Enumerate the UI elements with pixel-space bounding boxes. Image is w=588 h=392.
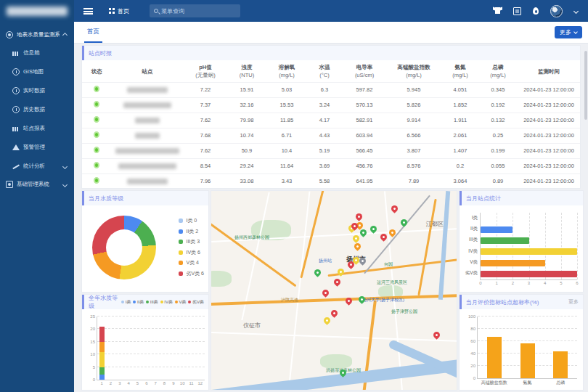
legend-item[interactable]: V类 4 (179, 259, 204, 266)
menu-toggle-icon[interactable] (83, 8, 93, 15)
column-header: pH值(无量纲) (184, 60, 227, 82)
panel-title-text: 站点时报 (89, 49, 112, 57)
vbar-1[interactable] (520, 343, 535, 378)
legend-item[interactable]: II类 2 (179, 228, 204, 235)
chevron-down-icon[interactable] (573, 8, 579, 13)
x-tick-label: 5 (133, 381, 142, 385)
value-cell: 0.89 (480, 173, 516, 189)
vbar-0[interactable] (487, 337, 502, 378)
value-cell: 2024-01-23 12:00:00 (516, 82, 581, 97)
legend-item[interactable]: III类 (146, 299, 158, 306)
sidebar-item-info[interactable]: 信息舱 (0, 44, 74, 62)
value-cell: 7.68 (184, 128, 227, 143)
station-marker-red[interactable] (330, 309, 339, 318)
value-cell: 2024-01-23 12:00:00 (516, 173, 581, 189)
sidebar-item-history[interactable]: 历史数据 (0, 100, 74, 119)
status-cell (82, 113, 111, 128)
x-tick-label: 7 (151, 381, 160, 385)
donut-chart[interactable] (92, 216, 156, 279)
tab-home[interactable]: 首页 (84, 22, 102, 43)
breadcrumb-home-label: 首页 (118, 7, 129, 15)
sidebar-item-realtime[interactable]: 实时数据 (0, 81, 74, 100)
value-cell: 50.9 (227, 143, 266, 158)
station-marker-red[interactable] (432, 330, 441, 340)
legend-item[interactable]: II类 (133, 299, 144, 306)
status-cell (82, 128, 111, 143)
column-title: 浊度 (229, 63, 265, 71)
value-cell: 10.74 (227, 128, 266, 143)
legend-color-dot (133, 301, 136, 303)
legend-label: II类 (137, 299, 144, 306)
value-cell: 0.055 (480, 158, 516, 173)
chevron-down-icon (62, 181, 68, 187)
station-marker-red[interactable] (321, 288, 330, 298)
station-marker-yellow[interactable] (351, 234, 361, 243)
station-marker-red[interactable] (354, 212, 364, 221)
stacked-bar-month-1[interactable] (99, 317, 105, 380)
hbar-5[interactable] (481, 271, 577, 277)
legend-color-dot (179, 250, 183, 255)
legend-item[interactable]: IV类 (160, 299, 173, 306)
station-marker-red[interactable] (332, 277, 342, 287)
gridline (478, 328, 577, 329)
table-row: 8.5429.2411.643.69456.768.5760.20.055202… (82, 158, 581, 173)
search-icon (154, 9, 158, 13)
legend-item[interactable]: 劣V类 6 (179, 270, 204, 277)
value-cell: 4.43 (307, 128, 342, 143)
column-header: 水温(°C) (307, 60, 342, 82)
legend-item[interactable]: III类 3 (179, 238, 204, 245)
x-tick-label: 11 (187, 381, 195, 385)
menu-search-input[interactable]: 菜单查询 (150, 4, 240, 17)
theme-skin-icon[interactable] (494, 7, 502, 15)
hbar-4[interactable] (481, 260, 545, 266)
station-marker-red[interactable] (390, 204, 399, 213)
panel-title-station-stats: 当月站点统计 (460, 191, 583, 205)
more-button[interactable]: 更多 (555, 26, 582, 38)
column-unit: (NTU) (229, 71, 265, 79)
hbar-1[interactable] (481, 226, 513, 233)
legend-item[interactable]: 劣V类 (188, 299, 204, 306)
station-table: 状态站点pH值(无量纲)浊度(NTU)溶解氧(mg/L)水温(°C)电导率(uS… (82, 60, 581, 189)
column-title: 氨氮 (442, 63, 478, 71)
hbar-2[interactable] (481, 237, 529, 244)
station-marker-yellow[interactable] (322, 316, 332, 325)
vbar-2[interactable] (553, 351, 568, 378)
gridline (497, 213, 497, 279)
breadcrumb-home[interactable]: 首页 (109, 7, 129, 15)
sidebar-item-gis[interactable]: GIS地图 (0, 62, 74, 81)
legend-item[interactable]: V类 (175, 299, 187, 306)
page-scrollbar[interactable] (584, 51, 587, 120)
flame-icon[interactable] (533, 7, 539, 15)
sidebar-group-1[interactable]: 基础管理系统 (0, 176, 74, 193)
value-cell: 0.25 (480, 128, 516, 143)
value-cell: 3.064 (441, 173, 480, 189)
stack-segment (99, 342, 105, 352)
x-tick-label: 4 (541, 281, 550, 285)
sidebar-item-report[interactable]: 站点报表 (0, 119, 74, 138)
station-marker-green[interactable] (399, 218, 409, 227)
station-marker-green[interactable] (313, 268, 322, 277)
sidebar-item-stats[interactable]: 统计分析 (0, 157, 74, 176)
hbar-3[interactable] (481, 248, 577, 255)
legend-item[interactable]: I类 (121, 299, 131, 306)
sidebar-item-warning[interactable]: 预警管理 (0, 138, 74, 157)
legend-item[interactable]: I类 0 (179, 217, 204, 224)
table-row: 7.6250.910.45.19566.453.8071.4070.199202… (82, 143, 581, 158)
fullscreen-icon[interactable] (513, 7, 521, 15)
value-cell: 11.85 (266, 113, 307, 128)
station-marker-red[interactable] (379, 232, 388, 242)
user-avatar[interactable] (550, 5, 563, 17)
legend-item[interactable]: IV类 6 (179, 249, 204, 256)
sidebar-group-0[interactable]: 地表水质量监测系统 (0, 26, 74, 44)
value-cell: 11.64 (266, 158, 307, 173)
station-map[interactable]: 扬州市江都区仪征市沪陕高速扬州西郊森林公园运河三湾风景区润扬湿地森林公园何园扬州… (211, 190, 457, 391)
column-title: 溶解氧 (268, 63, 306, 71)
exceed-more-link[interactable]: 更多 (568, 298, 579, 306)
value-cell: 4.17 (307, 113, 342, 128)
value-cell: 0.2 (441, 158, 480, 173)
y-tick-label: 80 (470, 327, 475, 331)
station-marker-orange[interactable] (353, 242, 362, 251)
station-stats-plot: 0123456I类II类III类IV类V类劣V类 (480, 213, 577, 280)
panel-title-month-grade: 当月水质等级 (82, 191, 208, 205)
map-label: 仪征市 (243, 322, 261, 330)
